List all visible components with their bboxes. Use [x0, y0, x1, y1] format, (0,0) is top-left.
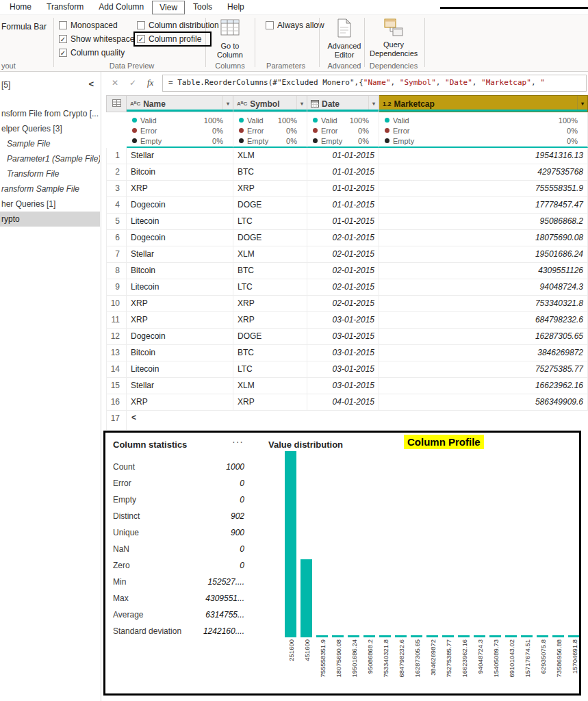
distribution-bar[interactable] [316, 635, 328, 637]
table-row[interactable]: 7StellarXLM02-01-201519501686.24 [106, 246, 588, 263]
table-row[interactable]: 13BitcoinBTC03-01-20153846269872 [106, 345, 588, 361]
query-dependencies-button[interactable]: Query Dependencies [370, 18, 418, 58]
formula-bar-checkbox[interactable]: Formula Bar [1, 22, 47, 31]
distribution-bar[interactable] [332, 635, 344, 637]
distribution-bar[interactable] [379, 635, 391, 637]
formula-segment: "Symbol" [400, 78, 436, 87]
menu-tab-tools[interactable]: Tools [186, 1, 219, 14]
cell-symbol: DOGE [233, 197, 307, 213]
table-row[interactable]: 9LitecoinLTC02-01-201594048724.3 [106, 279, 588, 296]
formula-input[interactable]: = Table.ReorderColumns(#"Excluded Monero… [162, 75, 587, 92]
ribbon-separator [205, 18, 206, 67]
table-row-partial[interactable]: 17 < [106, 411, 588, 430]
cell-date: 01-01-2015 [307, 148, 379, 164]
column-distribution-checkbox[interactable]: Column distribution [137, 21, 219, 30]
menu-tab-home[interactable]: Home [3, 1, 38, 14]
distribution-bar[interactable] [552, 635, 564, 637]
table-row[interactable]: 15StellarXLM03-01-201516623962.16 [106, 378, 588, 394]
show-whitespace-checkbox[interactable]: Show whitespace [59, 34, 134, 44]
table-row[interactable]: 10XRPXRP02-01-2015753340321.8 [106, 296, 588, 312]
distribution-bar[interactable] [426, 635, 438, 637]
table-row[interactable]: 3XRPXRP01-01-2015755558351.9 [106, 181, 588, 197]
row-number-header[interactable] [106, 95, 127, 112]
distribution-bar[interactable] [474, 635, 485, 637]
table-row[interactable]: 5LitecoinLTC01-01-201595086868.2 [106, 214, 588, 230]
distribution-bar[interactable] [568, 635, 580, 637]
cell-date: 03-01-2015 [307, 361, 379, 377]
table-row[interactable]: 12DogecoinDOGE03-01-201516287305.65 [106, 329, 588, 345]
go-to-column-button[interactable]: Go to Column [209, 18, 251, 60]
query-item[interactable]: ransform Sample File [0, 181, 100, 196]
query-item[interactable]: Transform File [0, 166, 100, 181]
distribution-bar-label: 251600 [285, 639, 297, 694]
horizontal-scroll-left-button[interactable]: < [127, 411, 136, 430]
distribution-bar[interactable] [363, 635, 375, 637]
menu-tab-view[interactable]: View [152, 1, 185, 14]
distribution-bar[interactable] [395, 635, 407, 637]
table-header-row: AᴮCName▾AᴮCSymbol▾Date▾1.2Marketcap▾ [106, 95, 588, 112]
distribution-bar[interactable] [458, 635, 470, 637]
cell-marketcap: 75275385.77 [379, 361, 588, 377]
distribution-bar[interactable] [285, 451, 296, 637]
always-allow-checkbox[interactable]: Always allow [266, 21, 324, 30]
column-quality-checkbox[interactable]: Column quality [59, 48, 125, 58]
column-header-date[interactable]: Date▾ [307, 95, 379, 112]
table-row[interactable]: 1StellarXLM01-01-201519541316.13 [106, 148, 588, 164]
cell-name: XRP [127, 312, 233, 328]
query-item[interactable]: rypto [0, 212, 100, 227]
query-item[interactable]: her Queries [1] [0, 196, 100, 212]
stat-label: Distinct [113, 508, 140, 524]
distribution-bar[interactable] [505, 635, 517, 637]
row-number: 5 [106, 214, 127, 229]
table-row[interactable]: 2BitcoinBTC01-01-20154297535768 [106, 164, 588, 181]
cancel-icon[interactable]: ✕ [112, 78, 118, 88]
column-header-name[interactable]: AᴮCName▾ [127, 95, 233, 112]
stat-value: 0 [240, 541, 244, 557]
menu-tab-add-column[interactable]: Add Column [92, 1, 151, 14]
quality-label: Error [247, 127, 264, 135]
column-quality-bar [127, 110, 233, 112]
query-item[interactable]: Sample File [0, 136, 100, 151]
cell-marketcap: 17778457.47 [379, 197, 588, 213]
query-item[interactable]: Parameter1 (Sample File) [0, 151, 100, 166]
row-number: 13 [106, 345, 127, 361]
column-profile-checkbox[interactable]: Column profile [137, 34, 201, 44]
table-row[interactable]: 14LitecoinLTC03-01-201575275385.77 [106, 361, 588, 378]
cell-name: Stellar [127, 378, 233, 394]
table-row[interactable]: 8BitcoinBTC02-01-20154309551126 [106, 263, 588, 279]
cell-name: XRP [127, 394, 233, 410]
table-row[interactable]: 4DogecoinDOGE01-01-201517778457.47 [106, 197, 588, 214]
distribution-bar[interactable] [489, 635, 501, 637]
distribution-bar[interactable] [301, 559, 312, 637]
query-item[interactable]: nsform File from Crypto [... [0, 106, 100, 121]
query-item[interactable]: elper Queries [3] [0, 121, 100, 136]
distribution-bar[interactable] [537, 635, 548, 637]
cell-name: Stellar [127, 246, 233, 262]
stat-value: 1000 [226, 459, 244, 475]
annotation-column-profile-label: Column Profile [404, 435, 484, 449]
check-icon[interactable]: ✓ [129, 78, 136, 88]
collapse-pane-icon[interactable]: < [88, 79, 94, 89]
quality-stat-valid: Valid100% [385, 115, 583, 125]
distribution-bar[interactable] [348, 635, 359, 637]
column-header-symbol[interactable]: AᴮCSymbol▾ [233, 95, 307, 112]
quality-stat-error: Error0% [239, 125, 303, 136]
cell-name: Dogecoin [127, 329, 233, 344]
row-number: 14 [106, 361, 127, 377]
distribution-bar-label: 3846269872 [427, 639, 439, 694]
table-row[interactable]: 16XRPXRP04-01-2015586349909.6 [106, 394, 588, 411]
table-row[interactable]: 6DogecoinDOGE02-01-201518075690.08 [106, 230, 588, 246]
distribution-bar[interactable] [411, 635, 422, 637]
advanced-editor-button[interactable]: Advanced Editor [324, 18, 364, 60]
formula-bar-checkbox-label: Formula Bar [1, 22, 47, 31]
column-header-marketcap[interactable]: 1.2Marketcap▾ [379, 95, 588, 112]
distribution-bar[interactable] [521, 635, 533, 637]
quality-percent: 100% [204, 116, 229, 125]
menu-tab-help[interactable]: Help [220, 1, 251, 14]
table-row[interactable]: 11XRPXRP03-01-2015684798232.6 [106, 312, 588, 329]
menu-tab-transform[interactable]: Transform [40, 1, 90, 14]
distribution-bar[interactable] [442, 635, 454, 637]
more-options-icon[interactable]: ··· [232, 436, 244, 447]
stat-value: 152527.... [208, 574, 244, 590]
monospaced-checkbox[interactable]: Monospaced [59, 21, 118, 30]
